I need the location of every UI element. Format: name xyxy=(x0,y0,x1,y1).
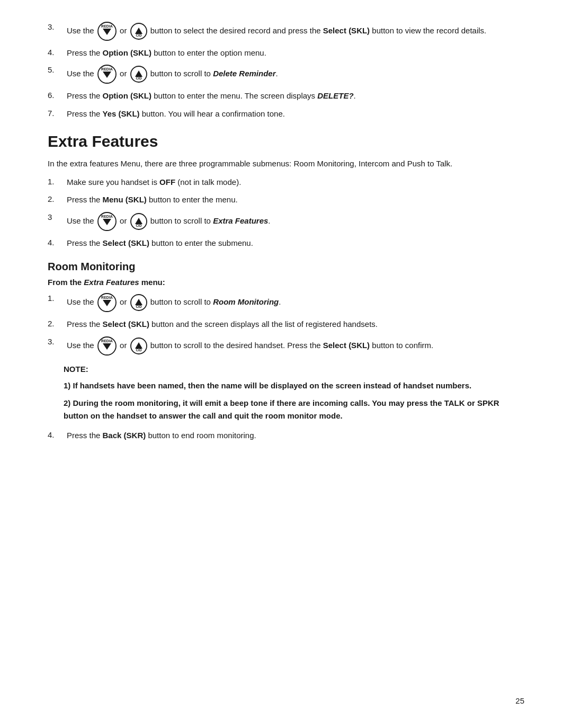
redia-icon: REDIA xyxy=(97,336,117,356)
redia-icon: REDIA xyxy=(97,211,117,232)
list-number: 5. xyxy=(48,64,62,76)
list-item: 4. Press the Back (SKR) button to end ro… xyxy=(48,429,524,441)
list-number: 3. xyxy=(48,336,62,348)
cid-icon: CID xyxy=(130,65,148,83)
list-item: 4. Press the Option (SKL) button to ente… xyxy=(48,47,524,59)
list-item: 6. Press the Option (SKL) button to ente… xyxy=(48,90,524,102)
list-number: 4. xyxy=(48,237,62,249)
svg-marker-25 xyxy=(103,343,111,350)
note-block: NOTE: 1) If handsets have been named, th… xyxy=(64,363,524,422)
page-content: 3. Use the REDIA or CID xyxy=(48,21,524,441)
svg-text:CID: CID xyxy=(136,305,142,308)
list-number: 4. xyxy=(48,47,62,59)
list-text: Use the REDIA or CID button xyxy=(67,211,271,232)
list-item: 5. Use the REDIA or CID xyxy=(48,64,524,84)
list-number: 3 xyxy=(48,211,62,224)
list-number: 1. xyxy=(48,176,62,188)
list-item: 1. Make sure you handset is OFF (not in … xyxy=(48,176,524,188)
list-text: Use the REDIA or CID button xyxy=(67,21,486,41)
list-text: Press the Select (SKL) button and the sc… xyxy=(67,318,378,330)
svg-marker-7 xyxy=(103,72,111,78)
svg-text:REDIA: REDIA xyxy=(101,24,113,28)
note-item-2: 2) During the room monitoring, it will e… xyxy=(64,397,524,422)
extra-features-heading: Extra Features xyxy=(48,129,524,153)
extra-features-list: 1. Make sure you handset is OFF (not in … xyxy=(48,176,524,249)
svg-text:REDIA: REDIA xyxy=(101,296,113,299)
svg-text:CID: CID xyxy=(136,76,142,80)
page-number: 25 xyxy=(515,695,524,707)
list-number: 3. xyxy=(48,21,62,33)
room-monitoring-subheading: From the Extra Features menu: xyxy=(48,277,524,289)
list-item: 3 Use the REDIA or CID xyxy=(48,211,524,232)
list-text: Use the REDIA or CID button xyxy=(67,292,281,313)
list-item: 3. Use the REDIA or CID xyxy=(48,336,524,356)
note-label: NOTE: xyxy=(64,363,524,376)
room-monitoring-list: 1. Use the REDIA or CID xyxy=(48,292,524,356)
redia-icon: REDIA xyxy=(97,292,117,313)
list-number: 7. xyxy=(48,108,62,120)
list-number: 1. xyxy=(48,292,62,305)
cid-icon: CID xyxy=(130,212,148,230)
room-monitoring-heading: Room Monitoring xyxy=(48,259,524,274)
list-text: Press the Option (SKL) button to enter t… xyxy=(67,47,266,59)
list-item: 4. Press the Select (SKL) button to ente… xyxy=(48,237,524,249)
top-list: 3. Use the REDIA or CID xyxy=(48,21,524,120)
redia-icon: REDIA xyxy=(97,21,117,41)
redia-icon: REDIA xyxy=(97,64,117,84)
cid-icon: CID xyxy=(130,294,148,312)
svg-text:REDIA: REDIA xyxy=(101,339,113,343)
list-text: Press the Option (SKL) button to enter t… xyxy=(67,90,356,102)
list-number: 2. xyxy=(48,318,62,330)
list-item: 2. Press the Menu (SKL) button to enter … xyxy=(48,193,524,206)
svg-marker-13 xyxy=(103,219,111,225)
cid-icon: CID xyxy=(130,337,148,355)
list-text: Press the Menu (SKL) button to enter the… xyxy=(67,193,238,206)
svg-marker-1 xyxy=(103,29,111,35)
svg-text:CID: CID xyxy=(136,224,142,227)
svg-text:REDIA: REDIA xyxy=(101,67,113,71)
list-item: 7. Press the Yes (SKL) button. You will … xyxy=(48,108,524,120)
list-number: 2. xyxy=(48,193,62,206)
list-number: 4. xyxy=(48,429,62,441)
list-text: Press the Back (SKR) button to end room … xyxy=(67,429,256,441)
extra-features-intro: In the extra features Menu, there are th… xyxy=(48,157,524,170)
list-item: 2. Press the Select (SKL) button and the… xyxy=(48,318,524,330)
note-item-1: 1) If handsets have been named, then the… xyxy=(64,379,524,392)
list-item: 3. Use the REDIA or CID xyxy=(48,21,524,41)
list-number: 6. xyxy=(48,90,62,102)
svg-text:CID: CID xyxy=(136,33,142,37)
svg-text:REDIA: REDIA xyxy=(101,215,113,218)
cid-icon: CID xyxy=(130,22,148,40)
list-text: Use the REDIA or CID button xyxy=(67,336,433,356)
list-text: Press the Select (SKL) button to enter t… xyxy=(67,237,253,249)
svg-marker-19 xyxy=(103,300,111,306)
list-text: Press the Yes (SKL) button. You will hea… xyxy=(67,108,285,120)
svg-text:CID: CID xyxy=(136,348,142,352)
list-item: 1. Use the REDIA or CID xyxy=(48,292,524,313)
list-text: Use the REDIA or CID button xyxy=(67,64,278,84)
list-text: Make sure you handset is OFF (not in tal… xyxy=(67,176,241,188)
